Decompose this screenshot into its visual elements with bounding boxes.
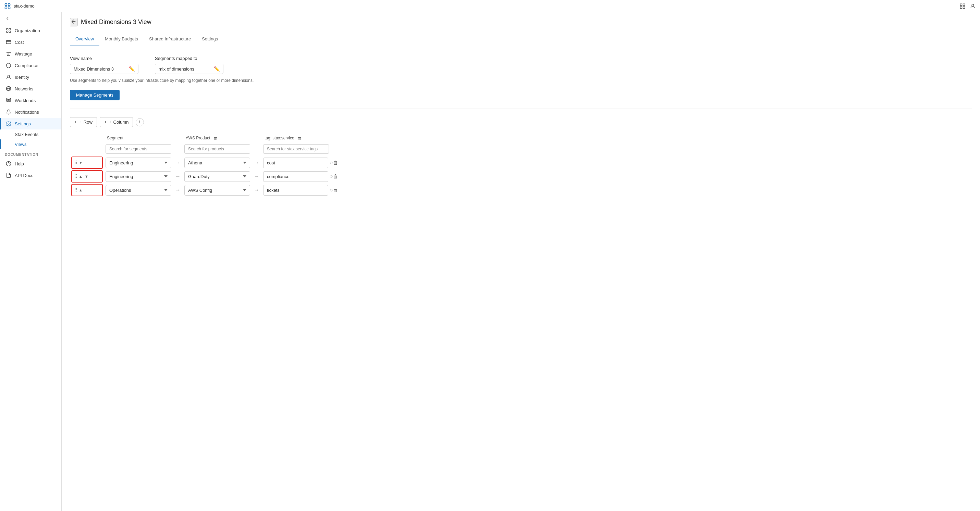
sidebar-item-label: Help [15,161,24,167]
row-3-tag-cell: ○ [262,185,330,195]
org-icon [6,28,11,33]
sidebar-nav: Organization Cost Wastage Compliance Ide… [0,25,61,511]
product-search-input[interactable] [185,144,250,154]
sidebar-item-organization[interactable]: Organization [0,25,61,36]
sidebar-item-wastage[interactable]: Wastage [0,48,61,60]
row-1-tag-cell: ○ [262,157,330,168]
tab-shared-infrastructure[interactable]: Shared Infrastructure [143,32,196,46]
row-1-segment-cell: Engineering [104,157,173,168]
row-1-tag-input[interactable] [263,157,328,168]
row-expand-btn[interactable]: ▼ [84,174,89,179]
row-collapse-btn[interactable]: ▲ [78,174,83,179]
wastage-icon [6,51,11,57]
segments-mapped-group: Segments mapped to mix of dimensions ✏️ [155,56,223,74]
row-3-tag-row: ○ [263,185,329,195]
svg-point-17 [8,123,9,124]
sidebar-sub-item-stax-events[interactable]: Stax Events [0,130,61,140]
notifications-icon [6,109,11,115]
table-header: Segment AWS Product 🗑 tag: stax:service … [70,134,972,142]
grid-icon[interactable] [959,3,966,9]
back-arrow-icon [71,19,77,25]
row-3-tag-input[interactable] [263,185,328,195]
drag-handle-icon[interactable]: ⠿ [74,187,78,193]
sidebar-item-notifications[interactable]: Notifications [0,106,61,118]
doc-section-label: DOCUMENTATION [0,149,61,158]
segments-mapped-edit-icon[interactable]: ✏️ [214,66,220,71]
row-2-segment-select[interactable]: Engineering [105,171,171,182]
view-name-value-row: Mixed Dimensions 3 ✏️ [70,64,138,74]
svg-rect-0 [5,3,7,5]
table-controls: + + Row + + Column ℹ [70,117,972,127]
row-3-controls: ⠿ ▲ [71,184,103,196]
sidebar-item-networks[interactable]: Networks [0,83,61,95]
row-1-arrow2: → [251,160,262,166]
svg-rect-1 [8,3,10,5]
sidebar-collapse-btn[interactable] [0,12,61,25]
delete-tag-col-icon[interactable]: 🗑 [297,135,302,141]
col-tag-header: tag: stax:service 🗑 [262,134,330,142]
identity-icon [6,74,11,80]
tab-monthly-budgets[interactable]: Monthly Budgets [99,32,143,46]
row-3-segment-cell: Operations [104,185,173,195]
row-1-tag-row: ○ [263,157,329,168]
app-logo: stax-demo [4,3,35,10]
tab-overview[interactable]: Overview [70,32,99,46]
sidebar-item-label: Workloads [15,98,36,103]
sidebar-sub-item-label: Stax Events [15,132,38,137]
sidebar-item-help[interactable]: Help [0,158,61,170]
row-1-product-cell: Athena [183,157,251,168]
sidebar-item-compliance[interactable]: Compliance [0,60,61,71]
overview-content: View name Mixed Dimensions 3 ✏️ Segments… [62,46,980,206]
product-search-cell [183,144,251,154]
segment-search-cell [104,144,173,154]
row-2-tag-input[interactable] [263,171,328,182]
sidebar-item-workloads[interactable]: Workloads [0,95,61,106]
sidebar-item-label: Cost [15,40,24,45]
row-3-product-select[interactable]: AWS Config [185,185,250,195]
row-1-delete-btn[interactable]: 🗑 [330,159,340,167]
sidebar-item-cost[interactable]: Cost [0,36,61,48]
chevron-left-icon [5,16,10,21]
row-collapse-btn[interactable]: ▲ [78,188,83,192]
tag-search-cell [262,144,330,154]
sidebar-item-label: Compliance [15,63,38,68]
svg-rect-13 [6,40,11,43]
add-row-button[interactable]: + + Row [70,117,97,127]
row-expand-btn[interactable]: ▼ [78,160,83,165]
svg-rect-5 [963,4,965,5]
add-column-button[interactable]: + + Column [100,117,133,127]
sidebar-sub-item-views[interactable]: Views [0,140,61,149]
view-name-edit-icon[interactable]: ✏️ [129,66,135,71]
sidebar-item-settings[interactable]: Settings [0,118,61,130]
drag-handle-icon[interactable]: ⠿ [74,160,78,165]
tab-bar: Overview Monthly Budgets Shared Infrastr… [62,32,980,46]
main-content: Mixed Dimensions 3 View Overview Monthly… [62,0,980,511]
tab-settings[interactable]: Settings [196,32,223,46]
svg-rect-2 [5,6,7,9]
row-2-product-select[interactable]: GuardDuty [185,171,250,182]
tag-search-input[interactable] [263,144,329,154]
page-title: Mixed Dimensions 3 View [81,19,151,26]
manage-segments-button[interactable]: Manage Segments [70,90,119,100]
info-button[interactable]: ℹ [136,118,144,126]
table-row: ⠿ ▼ Engineering → Athena [70,157,972,169]
segments-mapped-value-row: mix of dimensions ✏️ [155,64,223,74]
row-1-product-select[interactable]: Athena [185,157,250,168]
plus-row-icon: + [74,119,77,125]
sidebar-item-api-docs[interactable]: API Docs [0,170,61,181]
delete-aws-product-col-icon[interactable]: 🗑 [213,135,218,141]
topbar: stax-demo [0,0,980,12]
drag-handle-icon[interactable]: ⠿ [74,174,78,179]
row-2-delete-btn[interactable]: 🗑 [330,172,340,181]
table-row: ⠿ ▲ Operations → AWS Config [70,184,972,196]
row-1-segment-select[interactable]: Engineering [105,157,171,168]
back-button[interactable] [70,18,78,26]
user-icon[interactable] [970,3,976,9]
col-aws-product-label: AWS Product [186,136,210,140]
row-3-segment-select[interactable]: Operations [105,185,171,195]
row-3-delete-btn[interactable]: 🗑 [330,186,340,194]
cost-icon [6,40,11,45]
segment-search-input[interactable] [105,144,171,154]
sidebar-item-identity[interactable]: Identity [0,71,61,83]
row-2-arrow2: → [251,173,262,179]
